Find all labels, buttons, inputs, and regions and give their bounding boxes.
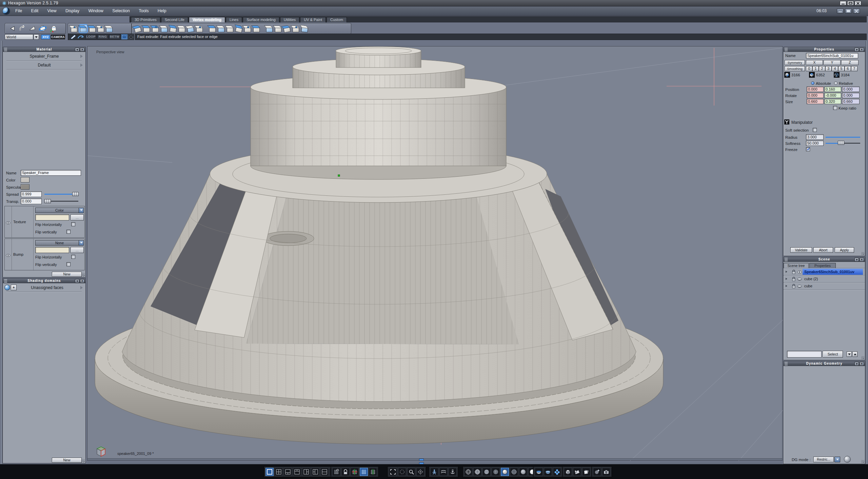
material-spread-field[interactable]: 0.999 [21,191,42,197]
scene-item-label[interactable]: Speaker65inchSub_01001uv [803,269,863,275]
extrude-surface-icon[interactable] [143,25,150,32]
connect-edges-icon[interactable] [253,25,260,32]
grid-vertical-icon[interactable] [369,468,377,476]
radius-field[interactable]: 3.000 [806,134,824,140]
grid-axes-icon[interactable] [351,468,359,476]
layout-big-bottom-icon[interactable] [293,468,301,476]
world-space-dropdown-icon[interactable] [34,34,39,40]
rotate-view-icon[interactable] [28,25,36,32]
undo-icon[interactable] [8,25,16,32]
material-new-button[interactable]: New [52,272,82,277]
fit-view-icon[interactable] [389,468,397,476]
fast-extrude-icon[interactable] [135,25,141,32]
dyngeo-panel-close-icon[interactable]: ✕ [860,362,864,366]
dome-light-icon[interactable] [535,468,543,476]
ghost-hide-icon[interactable] [49,24,58,33]
lock-object-icon[interactable] [341,468,350,476]
smoothing-level-1[interactable]: 1 [812,66,819,71]
spread-slider-handle[interactable] [72,192,79,196]
shading-sphere-icon[interactable] [4,285,10,290]
thickness-icon[interactable] [218,25,224,32]
relative-radio[interactable] [834,81,837,85]
eye-open-icon[interactable] [797,270,802,274]
rotate-y-field[interactable]: -0.000 [824,93,841,98]
panel-drag-handle[interactable] [785,258,788,261]
grid-visible-icon[interactable] [360,468,368,476]
texture-mode-dropdown[interactable]: Color [35,208,84,213]
select-edges-cube-icon[interactable] [89,25,96,32]
viewport-bottom-strip[interactable] [87,458,782,460]
walk-mode-icon[interactable] [430,468,438,476]
transp-slider-handle[interactable] [44,199,51,203]
displace-icon[interactable] [275,25,281,32]
scene-tree-row[interactable]: cube (2) [784,276,865,282]
cube-display-icon[interactable] [564,468,572,476]
eye-closed-icon[interactable] [797,277,802,282]
position-z-field[interactable]: 0.000 [842,87,860,92]
shaded-wire-sphere-icon[interactable] [492,468,500,476]
tree-expander-icon[interactable] [786,278,787,280]
panel-drag-handle[interactable] [785,48,788,51]
redo-icon[interactable] [18,25,26,32]
inset-face-icon[interactable] [152,25,159,32]
marquee-ellipse-icon[interactable] [128,34,134,39]
material-name-field[interactable]: Speaker_Frame [21,170,81,176]
shading-panel-close-icon[interactable]: ✕ [80,279,84,283]
layout-two-rows-icon[interactable] [320,468,329,476]
panel-drag-handle[interactable] [4,279,7,283]
scene-tree-row[interactable]: Speaker65inchSub_01001uv [784,269,865,275]
layout-big-left-icon[interactable] [302,468,310,476]
select-halfedge-cube-icon[interactable] [106,25,113,32]
menu-view[interactable]: View [44,6,60,16]
lock-icon[interactable] [792,270,796,275]
lock-icon[interactable] [792,277,796,282]
material-specular-swatch[interactable] [21,184,29,190]
softness-field[interactable]: 50.000 [806,140,824,146]
weld-vertices-icon[interactable] [179,25,185,32]
shading-new-button[interactable]: New [52,458,82,463]
loop-select-button[interactable]: LOOP [85,34,96,39]
menu-help[interactable]: Help [154,6,170,16]
minimize-button[interactable] [840,1,846,5]
camera-space-button[interactable]: CAMERA [51,35,65,39]
menu-file[interactable]: File [12,6,26,16]
smoothing-level-4[interactable]: 4 [832,66,838,71]
shading-domain-item[interactable]: Unassigned faces [17,285,78,291]
bump-flip-v-checkbox[interactable] [66,262,71,266]
glide-mode-icon[interactable] [439,468,448,476]
symmetry-button[interactable]: Symmetry [785,60,805,65]
material-transp-field[interactable]: 0.000 [21,198,42,204]
extrude-hole-icon[interactable] [161,25,167,32]
texture-flip-h-checkbox[interactable] [71,222,75,226]
render-sphere-icon[interactable] [38,24,47,33]
panel-drag-handle[interactable] [4,48,7,51]
size-y-field[interactable]: 0.320 [824,99,841,104]
multi-light-icon[interactable] [553,468,561,476]
panel-drag-handle[interactable] [785,362,788,365]
rotate-z-field[interactable]: 0.000 [842,93,860,98]
texture-browse-button[interactable]: ... [71,214,84,221]
texture-mode-dropdown-icon[interactable] [79,208,84,213]
position-x-field[interactable]: 0.000 [807,87,824,92]
stack-display-icon[interactable] [582,468,590,476]
world-space-select[interactable]: World [5,34,33,40]
bump-mode-dropdown[interactable]: None [35,240,84,246]
bump-flip-h-checkbox[interactable] [71,255,75,259]
select-vertex-cube-icon[interactable] [98,25,104,32]
grid-lock-icon[interactable] [332,468,340,476]
camera-capture-icon[interactable] [602,468,610,476]
keep-ratio-checkbox[interactable] [833,106,837,110]
xyz-axis-button[interactable]: XYZ [41,35,50,39]
anchor-mode-icon[interactable] [449,468,457,476]
tab-3d-primitives[interactable]: 3D Primitives [131,17,160,22]
look-at-icon[interactable] [416,468,425,476]
softness-slider-handle[interactable] [838,141,844,145]
material-color-swatch[interactable] [21,177,29,183]
tab-second-life[interactable]: Second Life [161,17,188,22]
close-button[interactable] [855,1,861,5]
workspace-close-button[interactable] [853,8,860,14]
symmetry-z-button[interactable]: Z [841,60,859,65]
tab-vertex-modeling[interactable]: Vertex modeling [189,17,225,22]
tab-scene-properties[interactable]: Properties [809,263,836,268]
smoothing-level-6[interactable]: 6 [845,66,851,71]
